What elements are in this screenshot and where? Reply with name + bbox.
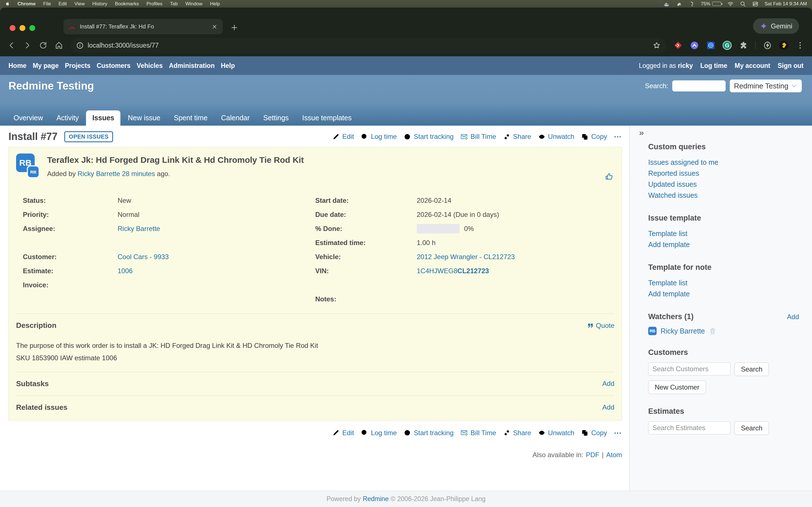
tab-spent-time[interactable]: Spent time — [168, 110, 214, 126]
start-tracking-link[interactable]: Start tracking — [403, 133, 453, 140]
open-issues-badge[interactable]: OPEN ISSUES — [64, 131, 113, 142]
edit-link[interactable]: Edit — [332, 429, 354, 437]
minimize-window-button[interactable] — [19, 25, 26, 31]
menubar-item-tab[interactable]: Tab — [170, 1, 177, 7]
tab-issues[interactable]: Issues — [86, 110, 120, 126]
attr-value-vehicle[interactable]: 2012 Jeep Wrangler - CL212723 — [417, 253, 614, 261]
reload-icon[interactable] — [39, 41, 47, 50]
gemini-button[interactable]: Gemini — [753, 18, 799, 34]
share-link[interactable]: Share — [503, 133, 531, 140]
log-time-link[interactable]: Log time — [361, 429, 397, 437]
menubar-item-help[interactable]: Help — [210, 1, 220, 7]
creature-icon[interactable] — [676, 1, 682, 7]
tab-close-icon[interactable] — [211, 24, 218, 30]
top-menu-projects-link[interactable]: Projects — [65, 62, 91, 69]
spotlight-search-icon[interactable] — [740, 1, 746, 7]
menubar-item-bookmarks[interactable]: Bookmarks — [115, 1, 139, 7]
bill-time-link[interactable]: Bill Time — [460, 133, 496, 140]
sidebar-link-reported-issues[interactable]: Reported issues — [648, 168, 799, 179]
copy-link[interactable]: Copy — [581, 429, 607, 437]
edit-link[interactable]: Edit — [332, 133, 354, 140]
wifi-icon[interactable] — [727, 1, 733, 7]
attr-link-assignee[interactable]: Ricky Barrette — [117, 225, 160, 232]
copy-link[interactable]: Copy — [581, 133, 607, 140]
menubar-item-history[interactable]: History — [92, 1, 107, 7]
attr-value-estimate[interactable]: 1006 — [117, 267, 315, 275]
watcher-name-link[interactable]: Ricky Barrette — [661, 327, 705, 335]
tab-overview[interactable]: Overview — [7, 110, 49, 126]
control-center-icon[interactable] — [752, 1, 758, 7]
project-jump-select[interactable]: Redmine Testing — [730, 79, 802, 93]
sidebar-link-template-list[interactable]: Template list — [648, 277, 799, 288]
home-icon[interactable] — [55, 41, 63, 50]
sidebar-link-add-template[interactable]: Add template — [648, 239, 799, 250]
browser-menu-kebab-icon[interactable] — [796, 41, 805, 50]
new-customer-button[interactable]: New Customer — [648, 381, 706, 394]
profile-avatar[interactable] — [779, 41, 788, 50]
search-customers-input[interactable] — [648, 362, 730, 376]
seahorse-icon[interactable] — [689, 1, 695, 7]
atom-link[interactable]: Atom — [606, 451, 622, 459]
search-estimates-input[interactable] — [648, 421, 730, 434]
author-link[interactable]: Ricky Barrette — [78, 170, 120, 177]
extensions-puzzle-icon[interactable] — [739, 41, 748, 50]
attr-value-customer[interactable]: Cool Cars - 9933 — [117, 253, 315, 261]
tab-new-issue[interactable]: New issue — [121, 110, 166, 126]
top-menu-my-page-link[interactable]: My page — [33, 62, 59, 69]
apple-logo-icon[interactable] — [5, 1, 10, 7]
menubar-item-chrome[interactable]: Chrome — [17, 1, 36, 7]
search-input[interactable] — [672, 80, 726, 92]
top-menu-my-account-link[interactable]: My account — [734, 62, 770, 69]
sidebar-link-watched-issues[interactable]: Watched issues — [648, 190, 799, 201]
address-bar[interactable]: localhost:3000/issues/77 — [70, 38, 666, 53]
more-link[interactable]: ⋯ — [614, 429, 622, 438]
log-time-link[interactable]: Log time — [361, 133, 397, 140]
attr-link-customer[interactable]: Cool Cars - 9933 — [117, 253, 168, 261]
back-icon[interactable] — [7, 41, 16, 50]
tab-settings[interactable]: Settings — [257, 110, 295, 126]
top-menu-home-link[interactable]: Home — [8, 62, 27, 69]
top-menu-administration-link[interactable]: Administration — [169, 62, 214, 69]
menubar-item-window[interactable]: Window — [186, 1, 202, 7]
tab-issue-templates[interactable]: Issue templates — [296, 110, 358, 126]
menubar-item-view[interactable]: View — [74, 1, 85, 7]
energy-saver-icon[interactable] — [763, 41, 772, 50]
grammarly-extension-icon[interactable]: G — [723, 41, 732, 50]
purple-circle-extension-icon[interactable] — [690, 41, 699, 50]
top-menu-help-link[interactable]: Help — [221, 62, 235, 69]
menubar-item-file[interactable]: File — [43, 1, 51, 7]
tab-activity[interactable]: Activity — [50, 110, 85, 126]
share-link[interactable]: Share — [503, 429, 531, 437]
top-menu-log-time-link[interactable]: Log time — [700, 62, 727, 69]
battery-indicator[interactable]: 75% — [701, 1, 721, 7]
redmine-link[interactable]: Redmine — [363, 495, 389, 503]
close-window-button[interactable] — [10, 25, 15, 31]
top-menu-customers-link[interactable]: Customers — [97, 62, 131, 69]
watchers-add-link[interactable]: Add — [787, 313, 799, 321]
bookmark-star-icon[interactable] — [653, 41, 661, 49]
start-tracking-link[interactable]: Start tracking — [403, 429, 453, 437]
sidebar-link-updated-issues[interactable]: Updated issues — [648, 179, 799, 190]
bill-time-link[interactable]: Bill Time — [460, 429, 496, 437]
url-text[interactable]: localhost:3000/issues/77 — [88, 42, 159, 49]
top-menu-sign-out-link[interactable]: Sign out — [777, 62, 804, 69]
sidebar-link-add-template[interactable]: Add template — [648, 288, 799, 299]
attr-link-vehicle[interactable]: 2012 Jeep Wrangler - CL212723 — [417, 253, 515, 261]
subtasks-add-link[interactable]: Add — [602, 380, 614, 388]
search-customers-button[interactable]: Search — [734, 362, 769, 376]
sidebar-collapse-icon[interactable]: » — [639, 128, 644, 137]
attr-value-assignee[interactable]: Ricky Barrette — [117, 225, 315, 233]
browser-tab[interactable]: Install #77: Teraflex Jk: Hd Fo — [63, 19, 223, 34]
unwatch-link[interactable]: Unwatch — [538, 429, 574, 437]
menubar-clock[interactable]: Sat Feb 14 9:34 AM — [765, 1, 807, 7]
delete-watcher-icon[interactable] — [709, 327, 716, 335]
quote-link[interactable]: Quote — [587, 322, 614, 330]
attr-link-vin[interactable]: 1C4HJWEG8CL212723 — [417, 267, 489, 275]
attr-link-estimate[interactable]: 1006 — [117, 267, 133, 275]
related-issues-add-link[interactable]: Add — [602, 403, 614, 411]
docker-icon[interactable] — [664, 1, 670, 7]
tab-calendar[interactable]: Calendar — [215, 110, 256, 126]
blue-lock-extension-icon[interactable] — [706, 41, 715, 50]
search-estimates-button[interactable]: Search — [734, 421, 769, 435]
forward-icon[interactable] — [23, 41, 32, 50]
